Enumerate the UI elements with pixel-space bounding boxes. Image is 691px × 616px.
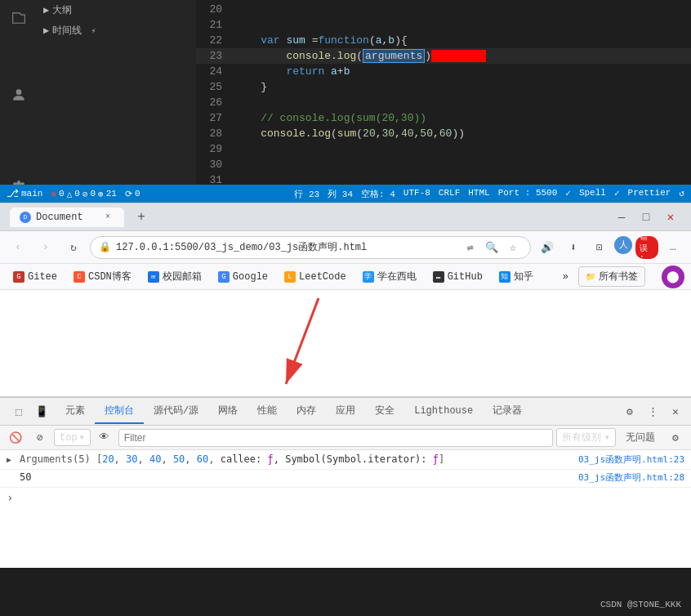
minimize-button[interactable]: — xyxy=(611,207,632,228)
maximize-button[interactable]: □ xyxy=(635,207,657,228)
code-line-28: 28 console.log(sum(20,30,40,50,60)) xyxy=(196,126,691,141)
statusbar-prettier[interactable]: Prettier xyxy=(628,188,671,200)
tab-lighthouse[interactable]: Lighthouse xyxy=(404,400,483,423)
browser-tab-document[interactable]: D Document × xyxy=(10,208,124,227)
browser-window: D Document × + — □ ✕ ‹ › ↻ 🔒 127.0.0.1:5… xyxy=(0,203,691,396)
console-filter-toggle-icon[interactable]: ⊘ xyxy=(29,427,51,449)
bookmark-mail[interactable]: ✉ 校园邮箱 xyxy=(141,267,208,286)
devtools-right-icons: ⚙ ⋮ ✕ xyxy=(619,401,686,422)
expand-arrow-1[interactable]: ▶ xyxy=(7,453,20,464)
console-source-1[interactable]: 03_js函数声明.html:23 xyxy=(578,453,684,466)
user-icon[interactable] xyxy=(7,83,30,106)
console-gear-icon[interactable]: ⚙ xyxy=(665,427,686,449)
console-toolbar: 🚫 ⊘ top ▾ 👁 所有级别 ▾ 无问题 ⚙ xyxy=(0,426,691,450)
back-button[interactable]: ‹ xyxy=(7,236,29,259)
profile-icon[interactable]: 人 xyxy=(614,236,632,254)
devtools-inspect-icon[interactable]: ⬚ xyxy=(8,401,29,422)
devtools-close-icon[interactable]: ✕ xyxy=(665,401,686,422)
statusbar-spaces[interactable]: 空格: 4 xyxy=(361,188,395,200)
bookmark-leetcode[interactable]: L LeetCode xyxy=(278,269,353,285)
zoom-icon[interactable]: 🔍 xyxy=(483,239,501,257)
statusbar-encoding[interactable]: UTF-8 xyxy=(403,188,430,200)
devtools-settings-icon[interactable]: ⚙ xyxy=(619,401,640,422)
statusbar-sync[interactable]: ⟳ 0 xyxy=(125,189,140,199)
tab-application[interactable]: 应用 xyxy=(326,399,365,424)
tab-close-button[interactable]: × xyxy=(101,211,114,224)
tab-security[interactable]: 安全 xyxy=(365,399,404,424)
translate-icon[interactable]: ⇌ xyxy=(461,239,479,257)
statusbar-col[interactable]: 列 34 xyxy=(328,188,353,200)
bookmark-gitee[interactable]: G Gitee xyxy=(7,269,64,285)
browser-profile-purple[interactable]: ⬤ xyxy=(662,266,684,288)
statusbar-language[interactable]: HTML xyxy=(468,188,489,200)
log-level-dropdown[interactable]: 所有级别 ▾ xyxy=(556,428,616,447)
tab-console[interactable]: 控制台 xyxy=(95,399,144,424)
bookmark-xidian[interactable]: 学 学在西电 xyxy=(356,267,423,286)
watermark: CSDN @STONE_KKK xyxy=(600,600,681,609)
console-source-2[interactable]: 03_js函数声明.html:28 xyxy=(578,471,684,484)
console-line-1: ▶ Arguments(5) [20, 30, 40, 50, 60, call… xyxy=(0,452,691,470)
devtools-device-icon[interactable]: 📱 xyxy=(31,401,52,422)
devtools-more-icon[interactable]: ⋮ xyxy=(642,401,663,422)
code-line-25: 25 } xyxy=(196,79,691,95)
tab-performance[interactable]: 性能 xyxy=(247,399,287,424)
refresh-button[interactable]: ↻ xyxy=(62,236,85,259)
leetcode-favicon: L xyxy=(284,271,296,283)
browser-content xyxy=(0,290,691,396)
bookmark-google[interactable]: G Google xyxy=(212,269,274,285)
mail-favicon: ✉ xyxy=(148,271,159,283)
bookmark-csdn[interactable]: C CSDN博客 xyxy=(67,267,138,286)
console-prompt-line[interactable]: › xyxy=(0,488,691,507)
devtools-left-icons: ⬚ 📱 xyxy=(5,401,56,422)
github-favicon: ⑉ xyxy=(433,271,444,283)
close-button[interactable]: ✕ xyxy=(660,207,681,228)
browser-addressbar: ‹ › ↻ 🔒 127.0.0.1:5500/03_js_demo/03_js函… xyxy=(0,231,691,264)
address-bar-icons: ⇌ 🔍 ☆ xyxy=(461,239,522,257)
statusbar-spell[interactable]: Spell xyxy=(579,188,606,200)
new-tab-button[interactable]: + xyxy=(131,207,152,228)
window-controls: — □ ✕ xyxy=(611,207,681,228)
menu-button[interactable]: … xyxy=(662,236,684,259)
timeline-section[interactable]: ▶时间线 ⚡ xyxy=(37,20,196,41)
console-eye-icon[interactable]: 👁 xyxy=(94,427,115,449)
split-icon[interactable]: ⊡ xyxy=(588,236,611,259)
explorer-icon[interactable] xyxy=(7,7,30,29)
bookmarks-bar: G Gitee C CSDN博客 ✉ 校园邮箱 G Google L LeetC… xyxy=(0,264,691,290)
no-issues-label: 无问题 xyxy=(619,429,662,446)
csdn-favicon: C xyxy=(74,271,85,283)
read-aloud-icon[interactable]: 🔊 xyxy=(536,236,559,259)
tab-favicon: D xyxy=(20,212,31,223)
tab-sources[interactable]: 源代码/源 xyxy=(144,399,208,424)
statusbar-branch[interactable]: ⎇ main xyxy=(7,187,42,200)
code-line-31: 31 xyxy=(196,172,691,185)
statusbar-errors[interactable]: ⊗ 0 △ 0 ⊘ 0 ⊕ 21 xyxy=(51,189,117,199)
statusbar-eol[interactable]: CRLF xyxy=(439,188,460,200)
tab-recorder[interactable]: 记录器 xyxy=(483,399,532,424)
error-button[interactable]: 错误 : xyxy=(635,236,658,259)
tab-memory[interactable]: 内存 xyxy=(287,399,326,424)
console-context-select[interactable]: top ▾ xyxy=(54,429,91,446)
bookmark-zhihu[interactable]: 知 知乎 xyxy=(493,267,540,286)
download-icon[interactable]: ⬇ xyxy=(562,236,585,259)
outline-panel: ▶大纲 ▶时间线 ⚡ xyxy=(37,0,196,203)
expand-arrow-2 xyxy=(7,471,20,473)
forward-button[interactable]: › xyxy=(34,236,57,259)
all-bookmarks-button[interactable]: 📁 所有书签 xyxy=(578,266,645,287)
bookmark-github[interactable]: ⑉ GitHub xyxy=(426,269,489,285)
console-text-2: 50 xyxy=(20,471,578,483)
vscode-editor: ▶大纲 ▶时间线 ⚡ 20 21 22 var sum =function(a,… xyxy=(0,0,691,203)
tab-network[interactable]: 网络 xyxy=(208,399,247,424)
star-icon[interactable]: ☆ xyxy=(504,239,522,257)
gitee-favicon: G xyxy=(13,271,25,283)
devtools-panel: ⬚ 📱 元素 控制台 源代码/源 网络 性能 内存 应用 安全 Lighthou… xyxy=(0,396,691,568)
address-bar[interactable]: 🔒 127.0.0.1:5500/03_js_demo/03_js函数声明.ht… xyxy=(90,236,531,259)
url-text: 127.0.0.1:5500/03_js_demo/03_js函数声明.html xyxy=(116,240,367,254)
code-line-22: 22 var sum =function(a,b){ xyxy=(196,33,691,48)
more-bookmarks-button[interactable]: » xyxy=(556,269,575,285)
console-filter-input[interactable] xyxy=(118,429,553,447)
console-clear-icon[interactable]: 🚫 xyxy=(5,427,26,449)
tab-elements[interactable]: 元素 xyxy=(56,399,95,424)
statusbar-position[interactable]: 行 23 xyxy=(294,188,319,200)
outline-section[interactable]: ▶大纲 xyxy=(37,0,196,20)
statusbar-port[interactable]: Port : 5500 xyxy=(498,188,558,200)
